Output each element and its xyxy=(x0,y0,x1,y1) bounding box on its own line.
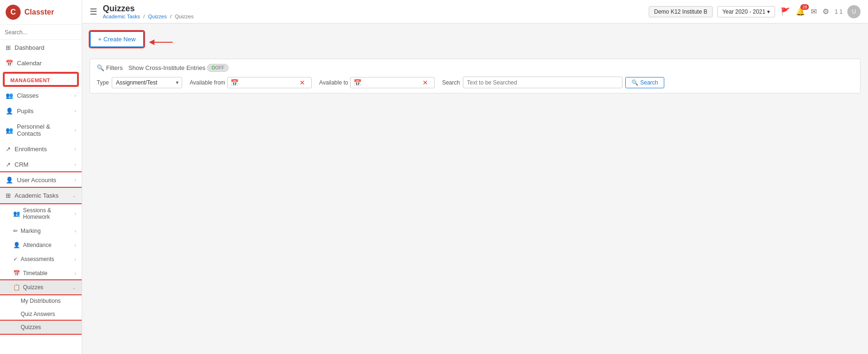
messages-icon[interactable]: ✉ xyxy=(810,6,818,17)
chevron-down-icon: ▾ xyxy=(767,8,770,15)
available-to-group: Available to 📅 ✕ xyxy=(319,77,435,88)
available-to-input[interactable] xyxy=(361,79,422,86)
year-selector[interactable]: Year 2020 - 2021 ▾ xyxy=(717,6,776,17)
notifications-icon[interactable]: 🔔 28 xyxy=(795,6,806,17)
sidebar-subitem-label: Marking xyxy=(21,228,41,234)
attendance-icon: 👤 xyxy=(13,242,20,248)
sidebar-item-label: Dashboard xyxy=(15,44,45,51)
show-cross-label[interactable]: Show Cross-Institute Entries OOFF xyxy=(128,64,229,72)
sidebar-item-label: Calendar xyxy=(17,60,42,67)
timetable-icon: 📅 xyxy=(13,270,20,277)
app-name: Classter xyxy=(24,8,54,16)
page-title-block: Quizzes Academic Tasks / Quizzes / Quizz… xyxy=(103,4,193,19)
filters-label[interactable]: 🔍 Filters xyxy=(97,64,123,71)
sessions-icon: 👥 xyxy=(13,210,20,217)
available-from-input-wrapper[interactable]: 📅 ✕ xyxy=(227,77,312,88)
sidebar-subsubitem-my-distributions[interactable]: My Distributions xyxy=(0,294,82,308)
sidebar-item-classes[interactable]: 👥 Classes › xyxy=(0,88,82,103)
search-button[interactable]: 🔍 Search xyxy=(625,77,664,88)
sidebar-logo: C Classter xyxy=(0,0,82,25)
clear-from-icon[interactable]: ✕ xyxy=(300,79,305,86)
chevron-right-icon: › xyxy=(75,93,76,98)
quiz-answers-label: Quiz Answers xyxy=(21,311,55,317)
chevron-right-icon: › xyxy=(75,229,76,234)
available-from-input[interactable] xyxy=(238,79,300,86)
header-right: Demo K12 Institute B Year 2020 - 2021 ▾ … xyxy=(649,5,860,18)
sidebar-item-personnel[interactable]: 👥 Personnel & Contacts › xyxy=(0,119,82,141)
sidebar-item-user-accounts[interactable]: 👤 User Accounts › xyxy=(0,172,82,188)
my-distributions-label: My Distributions xyxy=(21,298,61,304)
chevron-right-icon: › xyxy=(75,177,76,183)
page-body: + Create New 🔍 Filters Show Cross-In xyxy=(82,23,868,354)
management-section-label: MANAGEMENT xyxy=(4,73,78,86)
marking-icon: ✏ xyxy=(13,228,18,234)
sidebar-item-label: Personnel & Contacts xyxy=(17,123,75,137)
assessments-icon: ✓ xyxy=(13,256,18,262)
chevron-right-icon: › xyxy=(75,162,76,167)
connections-icon[interactable]: ⚙ xyxy=(822,6,830,17)
sidebar-item-label: Enrollments xyxy=(15,146,47,153)
sidebar-item-pupils[interactable]: 👤 Pupils › xyxy=(0,103,82,119)
type-select[interactable]: Assignment/Test Quiz Test Assignment xyxy=(112,77,182,88)
filters-bar: 🔍 Filters Show Cross-Institute Entries O… xyxy=(90,59,860,93)
sidebar-subitem-label: Timetable xyxy=(23,270,47,277)
header-icons: 🚩 🔔 28 ✉ ⚙ 1 1 U xyxy=(780,5,860,18)
available-to-label: Available to xyxy=(319,79,348,86)
filters-row: Type Assignment/Test Quiz Test Assignmen… xyxy=(97,77,853,88)
available-to-input-wrapper[interactable]: 📅 ✕ xyxy=(350,77,435,88)
calendar-to-icon[interactable]: 📅 xyxy=(353,79,361,86)
search-input-wrapper[interactable] xyxy=(463,77,622,88)
sidebar-item-calendar[interactable]: 📅 Calendar xyxy=(0,55,82,71)
calendar-icon: 📅 xyxy=(6,60,13,67)
chevron-right-icon: › xyxy=(75,108,76,114)
sidebar-item-label: Classes xyxy=(17,92,38,99)
header-left: ☰ Quizzes Academic Tasks / Quizzes / Qui… xyxy=(90,4,193,19)
breadcrumb: Academic Tasks / Quizzes / Quizzes xyxy=(103,14,193,19)
sidebar: C Classter ⊞ Dashboard 📅 Calendar MANAGE… xyxy=(0,0,82,354)
annotation-arrow xyxy=(149,38,177,47)
sidebar-subitem-attendance[interactable]: 👤 Attendance › xyxy=(0,238,82,252)
breadcrumb-item-2[interactable]: Quizzes xyxy=(148,14,167,19)
chevron-down-icon: ⌄ xyxy=(72,285,76,290)
sidebar-item-enrollments[interactable]: ↗ Enrollments › xyxy=(0,141,82,157)
chevron-right-icon: › xyxy=(75,243,76,248)
sidebar-item-crm[interactable]: ↗ CRM › xyxy=(0,157,82,172)
sidebar-subitem-label: Quizzes xyxy=(23,284,43,291)
hamburger-menu-icon[interactable]: ☰ xyxy=(90,7,97,17)
classes-icon: 👥 xyxy=(6,92,13,99)
breadcrumb-item-1[interactable]: Academic Tasks xyxy=(103,14,140,19)
clear-to-icon[interactable]: ✕ xyxy=(422,79,428,86)
breadcrumb-item-3: Quizzes xyxy=(175,14,193,19)
search-group: Search 🔍 Search xyxy=(442,77,853,88)
chevron-right-icon: › xyxy=(75,257,76,262)
sidebar-item-label: Academic Tasks xyxy=(15,192,59,199)
sidebar-subitem-label: Sessions & Homework xyxy=(23,207,75,220)
crm-icon: ↗ xyxy=(6,161,11,168)
sidebar-search-input[interactable] xyxy=(5,29,77,36)
search-input[interactable] xyxy=(467,79,618,86)
sidebar-subitem-assessments[interactable]: ✓ Assessments › xyxy=(0,252,82,266)
sidebar-search-wrapper[interactable] xyxy=(0,25,82,40)
sidebar-subitem-label: Attendance xyxy=(23,242,52,248)
avatar[interactable]: U xyxy=(847,5,860,18)
sidebar-subitem-timetable[interactable]: 📅 Timetable › xyxy=(0,266,82,280)
personnel-icon: 👥 xyxy=(6,127,13,134)
main-content: ☰ Quizzes Academic Tasks / Quizzes / Qui… xyxy=(82,0,868,354)
sidebar-subsubitem-quizzes-active[interactable]: Quizzes xyxy=(0,321,82,334)
sidebar-item-academic-tasks[interactable]: ⊞ Academic Tasks ⌄ xyxy=(0,188,82,203)
search-filter-label: Search xyxy=(442,79,460,86)
sidebar-subitem-quizzes[interactable]: 📋 Quizzes ⌄ xyxy=(0,280,82,294)
quizzes-active-label: Quizzes xyxy=(21,324,41,331)
sidebar-subitem-sessions[interactable]: 👥 Sessions & Homework › xyxy=(0,203,82,224)
sidebar-subitem-marking[interactable]: ✏ Marking › xyxy=(0,224,82,238)
type-select-wrapper[interactable]: Assignment/Test Quiz Test Assignment xyxy=(112,77,182,88)
user-accounts-icon: 👤 xyxy=(6,177,13,184)
sidebar-item-dashboard[interactable]: ⊞ Dashboard xyxy=(0,40,82,55)
create-new-button[interactable]: + Create New xyxy=(90,31,144,47)
sidebar-item-label: User Accounts xyxy=(17,177,56,184)
flag-icon[interactable]: 🚩 xyxy=(780,6,791,17)
calendar-from-icon[interactable]: 📅 xyxy=(230,79,238,86)
sidebar-subsubitem-quiz-answers[interactable]: Quiz Answers xyxy=(0,308,82,321)
toggle-switch[interactable]: OOFF xyxy=(207,64,229,72)
chevron-down-icon: ⌄ xyxy=(72,193,76,198)
